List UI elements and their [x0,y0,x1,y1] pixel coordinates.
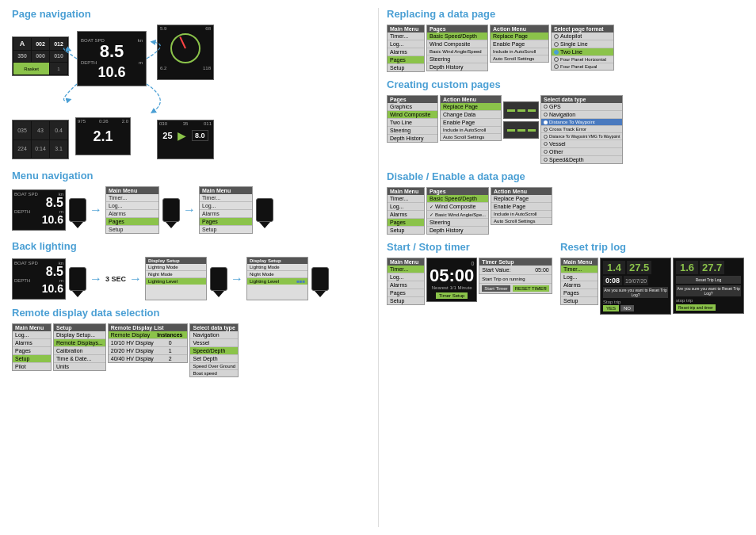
creating-custom-title: Creating custom pages [387,78,744,90]
top-left-screen: A 002 012 350 000 010 Rasket 1 [12,36,69,76]
start-stop-timer-section: Start / Stop timer Main Menu Timer... Lo… [387,241,554,315]
disable-main-menu: Main Menu Timer... Log... Alarms Pages S… [387,187,425,235]
device-knob-1 [69,198,86,222]
replace-main-menu: Main Menu Timer... Log... Alarms Pages S… [387,25,425,72]
reset-confirm: Are you sure you want to Reset Trip Log? [603,287,668,298]
lighting-knob-1 [69,267,86,291]
timer-main-menu: Main Menu Timer... Log... Alarms Pages S… [387,258,425,305]
replace-pages: Pages Basic Speed/Depth Wind Composite B… [426,25,488,71]
no-btn[interactable]: NO [620,305,634,311]
depth-display: 10.6 [97,65,125,79]
remote-data-type: Select data type Navigation Vessel Speed… [189,323,239,377]
custom-action-menu: Action Menu Replace Page Change Data Ena… [440,95,502,141]
timer-setup-panel: Timer Setup Start Value:05:00 Start Trip… [479,258,552,294]
disable-enable-title: Disable / Enable a data page [387,170,744,182]
sec-label: 3 SEC [105,275,126,283]
reset-trip-section: Reset trip log Main Menu Timer... Log...… [560,241,744,315]
custom-pages: Pages Graphics Wind Composite Two Line S… [387,95,438,143]
timer-sub: Nearest 1/1 Minute [432,285,472,290]
page-navigation-section: Page navigation BOAT SPD kn 8.5 DEPTH m … [12,8,370,163]
back-lighting-section: Back lighting BOAT SPDkn 8.5 DEPTHm 10.6 [12,240,370,300]
lighting-arrow-3: → [231,272,243,286]
remote-display-title: Remote display data selection [12,307,370,319]
device-knob-3 [256,198,273,222]
arrow-2: → [183,203,196,217]
top-right-screen: 5.9 68 6.2 118 [157,25,214,80]
timer-value: 05:00 [430,266,474,285]
main-menu-screen: Main Menu Timer... Log... Alarms Pages S… [105,186,159,234]
display-setup-screen-2: Display Setup Lighting Mode Night Mode L… [246,257,308,300]
main-menu-screen-2: Main Menu Timer... Log... Alarms Pages S… [199,186,253,234]
replace-page-format: Select page format Autopilot Single Line… [551,25,614,71]
remote-display-list: Remote Display List Remote Display Insta… [108,323,189,363]
remote-main-menu: Main Menu Log... Alarms Pages Setup Pilo… [12,323,52,371]
menu-speed-screen: BOAT SPDkn 8.5 DEPTHm 10.6 [12,189,66,231]
remote-display-section: Remote display data selection Main Menu … [12,307,370,377]
menu-navigation-section: Menu navigation BOAT SPDkn 8.5 DEPTHm 10… [12,170,370,234]
lighting-knob-2 [210,267,227,291]
custom-dash-patterns [503,95,539,139]
bottom-right-screen: 030 35 011 25 ▶ 8.0 [157,120,214,159]
timer-setup-label: Timer Setup [436,292,468,299]
timer-display: 0 05:00 Nearest 1/1 Minute Timer Setup [426,258,477,302]
back-lighting-title: Back lighting [12,240,370,252]
yes-btn[interactable]: YES [603,305,619,311]
lighting-arrow-1: → [90,272,102,286]
start-stop-title: Start / Stop timer [387,241,554,253]
custom-data-type: Select data type GPS Navigation Distance… [540,95,623,164]
device-knob-2 [162,198,180,222]
replacing-page-section: Replacing a data page Main Menu Timer...… [387,8,744,72]
bottom-right-row: Start / Stop timer Main Menu Timer... Lo… [387,241,744,315]
lighting-speed-screen: BOAT SPDkn 8.5 DEPTHm 10.6 [12,258,66,300]
creating-custom-section: Creating custom pages Pages Graphics Win… [387,78,744,164]
start-timer-btn[interactable]: Start Timer [482,285,510,292]
remote-setup-menu: Setup Display Setup... Remote Displays..… [53,323,106,371]
reset-trip-confirm: Reset Trip Log [676,276,741,284]
bottom-mid-screen: 975 0:26 2.0 2.1 [75,117,131,155]
disable-pages: Pages Basic Speed/Depth ✓Wind Composite … [426,187,489,235]
replacing-page-title: Replacing a data page [387,8,744,20]
reset-trip-timer-screen: 1.6 27.7 Reset Trip Log Are you sure you… [673,258,744,314]
display-setup-screen-1: Display Setup Lighting Mode Night Mode L… [145,257,207,300]
arrow-1: → [90,203,102,217]
lighting-arrow-2: → [129,272,142,286]
trip-data-screen: 1.4 27.5 0:08 19/07/20 Are you sure you … [600,258,671,315]
compass-circle [170,33,200,63]
reset-timer-2[interactable]: Reset trip and timer [676,304,716,311]
page-navigation-title: Page navigation [12,8,370,20]
reset-timer-btn[interactable]: RESET TIMER [513,285,549,292]
reset-main-menu: Main Menu Timer... Log... Alarms Pages S… [560,258,598,305]
center-screen: BOAT SPD kn 8.5 DEPTH m 10.6 [77,31,147,86]
lighting-knob-3 [311,267,329,291]
menu-navigation-title: Menu navigation [12,170,370,182]
speed-display: 8.5 [100,43,124,60]
bottom-left-screen: 035 43 0.4 224 0:14 3.1 [12,120,69,159]
disable-enable-section: Disable / Enable a data page Main Menu T… [387,170,744,235]
replace-action-menu: Action Menu Replace Page Enable Page Inc… [490,25,549,63]
disable-action-menu: Action Menu Replace Page Enable Page Inc… [491,187,552,225]
reset-trip-title: Reset trip log [560,241,744,253]
